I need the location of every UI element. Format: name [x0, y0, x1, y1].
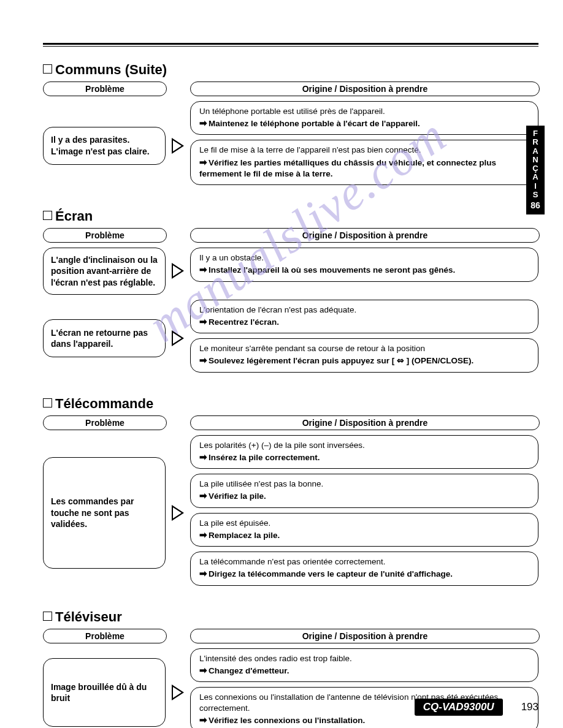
- disposition-text: ➡Recentrez l'écran.: [199, 316, 529, 328]
- problem-group: Les commandes par touche ne sont pas val…: [43, 435, 538, 591]
- problem-text: Les commandes par touche ne sont pas val…: [51, 496, 158, 529]
- tab-lang-A2: A: [527, 173, 543, 181]
- disposition-text: ➡Maintenez le téléphone portable à l'éca…: [199, 117, 529, 129]
- disposition-text: ➡Soulevez légèrement l'écran puis appuye…: [199, 354, 529, 366]
- solution-box: Un téléphone portable est utilisé près d…: [190, 101, 538, 135]
- triangle-icon: [172, 138, 184, 154]
- disposition-text: ➡Vérifiez la pile.: [199, 490, 529, 502]
- problem-text: L'écran ne retourne pas dans l'appareil.: [51, 327, 158, 349]
- origin-text: Les polarités (+) (–) de la pile sont in…: [199, 440, 529, 451]
- problem-header: Problème: [43, 629, 167, 643]
- column-headers: Problème Origine / Disposition à prendre: [43, 415, 538, 435]
- solution-box: Le fil de mise à la terre de l'appareil …: [190, 140, 538, 185]
- origin-header: Origine / Disposition à prendre: [190, 228, 540, 243]
- problem-box: Il y a des parasites. L'image n'est pas …: [43, 127, 166, 165]
- triangle-icon: [172, 684, 184, 700]
- origin-header: Origine / Disposition à prendre: [190, 82, 540, 96]
- section-title: Téléviseur: [43, 609, 538, 625]
- tab-lang-R: R: [527, 138, 543, 146]
- section-ecran: Écran Problème Origine / Disposition à p…: [43, 208, 538, 377]
- page-number: 193: [521, 701, 538, 713]
- origin-text: Le moniteur s'arrête pendant sa course d…: [199, 343, 529, 354]
- disposition-text: ➡Changez d'émetteur.: [199, 664, 529, 677]
- section-title: Télécommande: [43, 396, 538, 412]
- language-tab: F R A N Ç A I S 86: [526, 126, 545, 214]
- section-title: Écran: [43, 208, 538, 224]
- problem-text: L'angle d'inclinaison ou la position ava…: [51, 254, 158, 288]
- tab-lang-S: S: [527, 191, 543, 199]
- page-container: F R A N Ç A I S 86 manualslive.com Commu…: [0, 0, 563, 728]
- origin-text: Il y a un obstacle.: [199, 252, 529, 264]
- origin-text: Le fil de mise à la terre de l'appareil …: [199, 145, 529, 156]
- problem-box: Les commandes par touche ne sont pas val…: [43, 457, 166, 569]
- solution-box: L'orientation de l'écran n'est pas adéqu…: [190, 300, 538, 333]
- checkbox-icon: [43, 211, 52, 220]
- solution-box: Il y a un obstacle. ➡Installez l'apparei…: [190, 248, 538, 281]
- column-headers: Problème Origine / Disposition à prendre: [43, 228, 538, 248]
- disposition-text: ➡Dirigez la télécommande vers le capteur…: [199, 567, 529, 580]
- checkbox-icon: [43, 612, 52, 621]
- problem-header: Problème: [43, 415, 167, 430]
- disposition-text: ➡Vérifiez les connexions ou l'installati…: [199, 714, 529, 726]
- problem-group: Image brouillée dû à du bruit L'intensit…: [43, 648, 538, 728]
- problem-box: L'angle d'inclinaison ou la position ava…: [43, 248, 166, 295]
- triangle-icon: [172, 505, 184, 521]
- solution-box: La pile utilisée n'est pas la bonne. ➡Vé…: [190, 474, 538, 507]
- section-title-text: Télécommande: [55, 396, 153, 411]
- triangle-icon: [172, 263, 184, 279]
- solution-box: La pile est épuisée. ➡Remplacez la pile.: [190, 513, 538, 547]
- origin-text: La pile est épuisée.: [199, 518, 529, 529]
- section-title: Communs (Suite): [43, 62, 538, 78]
- checkbox-icon: [43, 64, 52, 74]
- tab-lang-I: I: [527, 182, 543, 191]
- solution-box: Les polarités (+) (–) de la pile sont in…: [190, 435, 538, 469]
- origin-text: L'orientation de l'écran n'est pas adéqu…: [199, 305, 529, 316]
- section-title-text: Communs (Suite): [55, 62, 167, 77]
- page-footer: CQ-VAD9300U 193: [415, 699, 538, 716]
- section-telecommande: Télécommande Problème Origine / Disposit…: [43, 396, 538, 591]
- problem-box: Image brouillée dû à du bruit: [43, 658, 166, 727]
- tab-lang-C: Ç: [527, 164, 543, 173]
- problem-group: L'angle d'inclinaison ou la position ava…: [43, 248, 538, 295]
- tab-lang-F: F: [527, 129, 543, 138]
- problem-header: Problème: [43, 228, 167, 243]
- column-headers: Problème Origine / Disposition à prendre: [43, 629, 538, 648]
- problem-text: Il y a des parasites. L'image n'est pas …: [51, 134, 158, 156]
- section-title-text: Téléviseur: [55, 609, 122, 624]
- origin-text: L'intensité des ondes radio est trop fai…: [199, 653, 529, 664]
- origin-header: Origine / Disposition à prendre: [190, 415, 540, 430]
- solution-box: L'intensité des ondes radio est trop fai…: [190, 648, 538, 682]
- origin-text: La pile utilisée n'est pas la bonne.: [199, 479, 529, 490]
- problem-header: Problème: [43, 82, 167, 96]
- tab-lang-N: N: [527, 156, 543, 164]
- solution-box: Le moniteur s'arrête pendant sa course d…: [190, 338, 538, 372]
- model-badge: CQ-VAD9300U: [415, 699, 503, 716]
- origin-text: La télécommande n'est pas orientée corre…: [199, 556, 529, 567]
- origin-header: Origine / Disposition à prendre: [190, 629, 540, 643]
- problem-group: Il y a des parasites. L'image n'est pas …: [43, 101, 538, 190]
- checkbox-icon: [43, 398, 52, 408]
- problem-text: Image brouillée dû à du bruit: [51, 681, 158, 703]
- column-headers: Problème Origine / Disposition à prendre: [43, 82, 538, 101]
- tab-lang-A: A: [527, 147, 543, 156]
- disposition-text: ➡Remplacez la pile.: [199, 529, 529, 541]
- problem-group: L'écran ne retourne pas dans l'appareil.…: [43, 300, 538, 377]
- solution-box: La télécommande n'est pas orientée corre…: [190, 552, 538, 585]
- disposition-text: ➡Installez l'appareil là où ses mouvemen…: [199, 264, 529, 276]
- problem-box: L'écran ne retourne pas dans l'appareil.: [43, 319, 166, 357]
- triangle-icon: [172, 330, 184, 346]
- disposition-text: ➡Vérifiez les parties métalliques du châ…: [199, 156, 529, 180]
- top-double-rule: [43, 43, 538, 47]
- tab-page-number: 86: [527, 201, 543, 210]
- disposition-text: ➡Insérez la pile correctement.: [199, 451, 529, 463]
- section-communs: Communs (Suite) Problème Origine / Dispo…: [43, 62, 538, 190]
- origin-text: Un téléphone portable est utilisé près d…: [199, 106, 529, 117]
- section-title-text: Écran: [55, 208, 93, 224]
